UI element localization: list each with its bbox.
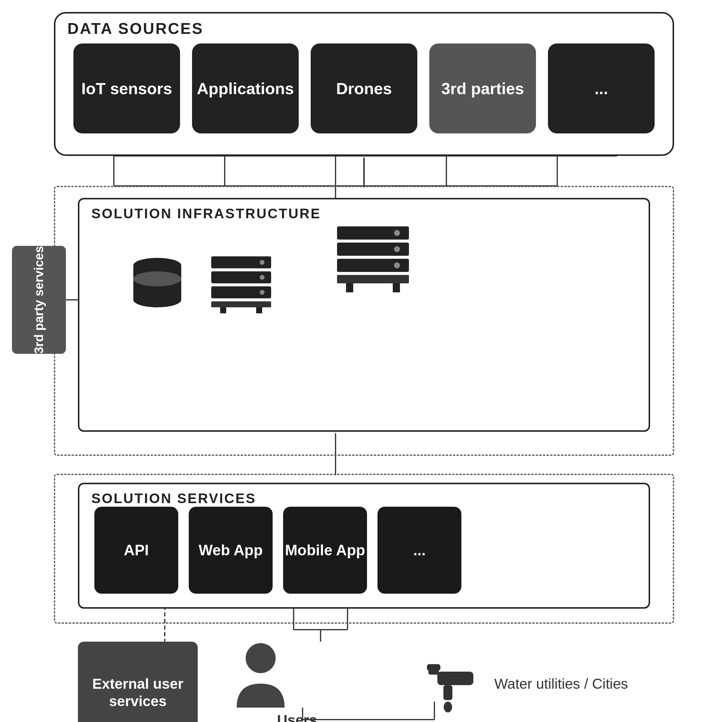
svg-rect-33 xyxy=(220,307,226,313)
external-user-services-label: External user services xyxy=(84,675,192,710)
svg-rect-28 xyxy=(133,292,181,300)
svg-point-26 xyxy=(133,271,181,286)
drones-card: Drones xyxy=(310,43,418,133)
services-cards: API Web App Mobile App ... xyxy=(94,505,634,595)
solution-infrastructure-box: SOLUTION INFRASTRUCTURE xyxy=(78,198,650,432)
svg-rect-34 xyxy=(256,307,262,313)
applications-card: Applications xyxy=(192,43,299,133)
iot-sensors-card: IoT sensors xyxy=(73,43,180,133)
svg-point-52 xyxy=(444,702,452,713)
database-icon xyxy=(127,253,187,313)
svg-rect-49 xyxy=(444,685,453,700)
third-parties-card: 3rd parties xyxy=(429,43,536,133)
data-sources-cards: IoT sensors Applications Drones 3rd part… xyxy=(73,40,655,136)
server-icon-upper xyxy=(334,223,412,295)
svg-rect-43 xyxy=(393,284,400,292)
svg-rect-51 xyxy=(427,664,440,671)
server-icon-middle xyxy=(208,253,274,313)
solution-services-box: SOLUTION SERVICES API Web App Mobile App… xyxy=(78,483,650,609)
svg-point-45 xyxy=(394,246,400,252)
third-party-services-label: 3rd party services xyxy=(32,246,46,354)
user-person-icon xyxy=(234,642,288,708)
water-faucet-icon xyxy=(419,654,485,714)
solution-infra-label: SOLUTION INFRASTRUCTURE xyxy=(91,205,321,222)
users-label: Users xyxy=(234,712,360,722)
svg-point-36 xyxy=(260,275,265,280)
svg-point-47 xyxy=(246,643,275,673)
svg-rect-48 xyxy=(437,671,473,685)
svg-point-37 xyxy=(260,290,265,295)
svg-rect-42 xyxy=(346,284,353,292)
api-card: API xyxy=(94,507,178,594)
external-user-services-box: External user services xyxy=(78,642,198,722)
data-sources-label: DATA SOURCES xyxy=(67,20,203,37)
water-utilities-label: Water utilities / Cities xyxy=(494,676,628,692)
users-section: Users Operational decisions xyxy=(234,642,360,722)
more-card: ... xyxy=(548,43,655,133)
data-sources-section: DATA SOURCES IoT sensors Applications Dr… xyxy=(54,12,674,156)
more-services-card: ... xyxy=(378,507,461,594)
svg-point-44 xyxy=(394,230,400,236)
svg-rect-32 xyxy=(211,301,271,307)
solution-services-label: SOLUTION SERVICES xyxy=(91,490,256,506)
svg-point-35 xyxy=(260,260,265,265)
mobileapp-card: Mobile App xyxy=(283,507,367,594)
svg-rect-41 xyxy=(337,275,409,284)
webapp-card: Web App xyxy=(189,507,273,594)
svg-point-46 xyxy=(394,262,400,268)
water-utilities-section: Water utilities / Cities xyxy=(419,654,628,714)
